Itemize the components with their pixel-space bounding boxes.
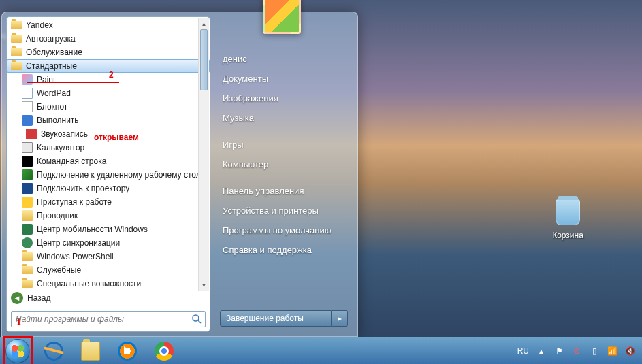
app-icon: [22, 197, 33, 208]
app-item[interactable]: Выполнить: [7, 114, 210, 127]
app-label: Приступая к работе: [37, 197, 112, 207]
svg-line-1: [198, 320, 201, 323]
shutdown-button[interactable]: Завершение работы: [220, 310, 332, 327]
app-item[interactable]: Подключить к проектору: [7, 182, 210, 195]
chevron-right-icon: ▸: [338, 314, 342, 323]
app-label: Проводник: [37, 211, 78, 220]
app-label: Калькулятор: [37, 143, 84, 152]
folder-item[interactable]: Yandex: [7, 18, 210, 32]
right-panel-link[interactable]: Изображения: [220, 88, 348, 108]
app-item[interactable]: Подключение к удаленному рабочему стол..…: [7, 168, 210, 182]
app-icon: [22, 210, 33, 221]
folder-icon: [11, 62, 22, 70]
network-icon[interactable]: 📶: [607, 346, 617, 357]
right-panel-link[interactable]: Справка и поддержка: [220, 240, 348, 260]
folder-label: Специальные возможности: [37, 279, 141, 288]
app-label: Выполнить: [37, 116, 79, 125]
folder-icon: [11, 21, 22, 29]
app-icon: [22, 156, 33, 167]
right-panel-link[interactable]: Устройства и принтеры: [220, 201, 348, 220]
right-panel-link[interactable]: Игры: [220, 135, 348, 154]
folder-label: Стандартные: [26, 61, 77, 71]
app-icon: [22, 88, 33, 99]
battery-icon[interactable]: ▯: [589, 346, 600, 357]
folder-item[interactable]: Обслуживание: [7, 46, 210, 59]
app-item[interactable]: Центр синхронизации: [7, 236, 210, 250]
app-icon: [22, 74, 33, 85]
app-item[interactable]: Приступая к работе: [7, 195, 210, 209]
shutdown-options-button[interactable]: ▸: [332, 310, 348, 327]
app-icon: [22, 142, 33, 153]
taskbar-ie[interactable]: [37, 340, 71, 363]
app-icon: [22, 169, 33, 180]
app-label: Подключить к проектору: [37, 184, 129, 193]
user-avatar[interactable]: [263, 0, 301, 34]
taskbar-media-player[interactable]: [110, 340, 144, 363]
folder-label: Windows PowerShell: [37, 252, 114, 261]
desktop-icon-label: Корзина: [552, 231, 583, 240]
search-icon: [191, 314, 202, 325]
right-panel-link[interactable]: Документы: [220, 69, 348, 88]
desktop-icon-recycle-bin[interactable]: Корзина: [543, 196, 592, 240]
app-item[interactable]: Блокнот: [7, 100, 210, 114]
recycle-bin-icon: [551, 196, 584, 229]
search-box: [11, 311, 206, 327]
scrollbar[interactable]: ▲ ▼: [198, 18, 209, 291]
scroll-thumb[interactable]: [200, 29, 208, 90]
app-icon: [22, 101, 33, 112]
folder-icon: [11, 48, 22, 56]
windows-logo-icon: [5, 339, 30, 363]
app-item[interactable]: Командная строка: [7, 154, 210, 168]
app-icon: [26, 129, 37, 139]
security-alert-icon[interactable]: ⊘: [571, 346, 582, 357]
right-panel-link[interactable]: Компьютер: [220, 154, 348, 174]
app-item[interactable]: Проводник: [7, 209, 210, 222]
folder-item[interactable]: Автозагрузка: [7, 32, 210, 46]
folder-item[interactable]: Специальные возможности: [7, 277, 210, 288]
language-indicator[interactable]: RU: [517, 346, 529, 356]
app-label: Центр синхронизации: [37, 238, 120, 248]
folder-item[interactable]: Служебные: [7, 263, 210, 277]
right-panel-link[interactable]: Музыка: [220, 108, 348, 128]
scroll-up-icon[interactable]: ▲: [199, 18, 209, 29]
taskbar-chrome[interactable]: [147, 340, 181, 363]
back-arrow-icon: ◄: [11, 292, 23, 304]
app-item[interactable]: Калькулятор: [7, 141, 210, 154]
folder-label: Yandex: [26, 20, 53, 30]
app-icon: [22, 183, 33, 194]
annotation-number-2: 2: [109, 70, 114, 80]
app-item[interactable]: WordPad: [7, 86, 210, 100]
folder-item[interactable]: Стандартные: [7, 59, 210, 73]
app-item[interactable]: Центр мобильности Windows: [7, 222, 210, 236]
back-button[interactable]: ◄ Назад: [7, 288, 210, 307]
volume-muted-icon[interactable]: 🔇: [624, 346, 635, 357]
flag-icon[interactable]: ⚑: [553, 346, 564, 357]
ie-icon: [42, 339, 65, 362]
svg-point-0: [193, 315, 199, 321]
app-icon: [22, 115, 33, 126]
search-input[interactable]: [11, 311, 206, 327]
start-menu-left-panel: YandexАвтозагрузкаОбслуживаниеСтандартны…: [6, 16, 210, 332]
tray-chevron-up-icon[interactable]: ▴: [536, 346, 547, 357]
folder-icon: [11, 35, 22, 43]
user-link[interactable]: денис: [220, 49, 348, 69]
folder-icon: [22, 280, 33, 288]
start-button[interactable]: [4, 337, 31, 365]
annotation-underline: [27, 82, 119, 83]
app-label: Командная строка: [37, 156, 106, 166]
right-panel-link[interactable]: Панель управления: [220, 181, 348, 201]
app-item[interactable]: Paint: [7, 73, 210, 86]
app-label: WordPad: [37, 88, 71, 98]
start-menu: YandexАвтозагрузкаОбслуживаниеСтандартны…: [1, 12, 358, 337]
app-icon: [22, 237, 33, 248]
scroll-down-icon[interactable]: ▼: [199, 280, 209, 291]
programs-list: YandexАвтозагрузкаОбслуживаниеСтандартны…: [7, 17, 210, 288]
media-player-icon: [118, 342, 137, 361]
taskbar-explorer[interactable]: [74, 340, 108, 363]
app-icon: [22, 224, 33, 235]
folder-item[interactable]: Windows PowerShell: [7, 250, 210, 263]
chrome-icon: [155, 342, 174, 361]
start-menu-right-panel: денис ДокументыИзображенияМузыкаИгрыКомп…: [210, 16, 353, 332]
folder-label: Автозагрузка: [26, 34, 76, 44]
right-panel-link[interactable]: Программы по умолчанию: [220, 220, 348, 240]
